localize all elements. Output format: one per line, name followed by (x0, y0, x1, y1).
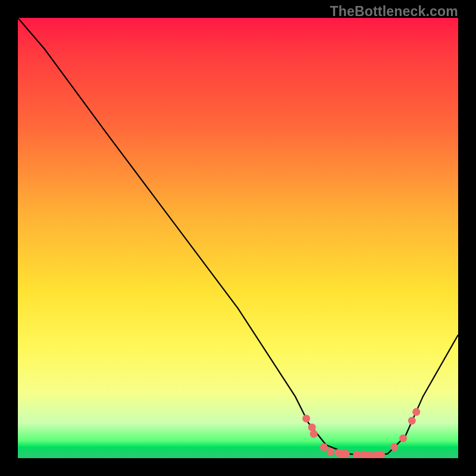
data-marker (408, 417, 416, 425)
attribution-label: TheBottleneck.com (330, 4, 458, 20)
chart-frame: TheBottleneck.com (0, 0, 476, 476)
data-marker (342, 450, 350, 458)
data-marker (412, 408, 420, 416)
bottleneck-curve (18, 18, 458, 456)
data-marker (399, 434, 407, 442)
data-marker (377, 451, 385, 458)
data-marker (302, 415, 310, 422)
plot-area (18, 18, 458, 458)
data-marker (390, 443, 398, 451)
data-marker (327, 447, 334, 455)
marker-group (302, 408, 420, 458)
data-marker (310, 430, 318, 438)
data-marker (353, 451, 361, 458)
chart-overlay (18, 18, 458, 458)
data-marker (308, 424, 316, 431)
data-marker (320, 443, 328, 451)
